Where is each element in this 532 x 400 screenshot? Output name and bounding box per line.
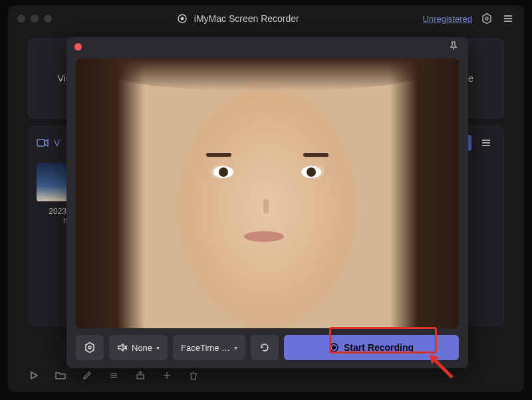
modal-controls: None ▾ FaceTime … ▾ Start Recording <box>66 335 468 368</box>
record-icon <box>329 343 338 352</box>
record-target-icon <box>176 12 189 25</box>
svg-point-22 <box>88 346 91 349</box>
refresh-button[interactable] <box>251 335 279 360</box>
minimize-window-btn[interactable] <box>31 15 39 23</box>
chevron-down-icon: ▾ <box>234 344 237 351</box>
traffic-lights[interactable] <box>17 15 52 23</box>
start-recording-label: Start Recording <box>344 342 414 353</box>
camera-icon <box>37 138 49 148</box>
titlebar: iMyMac Screen Recorder Unregistered <box>8 5 524 32</box>
audio-source-dropdown[interactable]: None ▾ <box>109 335 168 360</box>
face-image <box>76 58 459 328</box>
speaker-muted-icon <box>117 342 128 353</box>
close-modal-btn[interactable] <box>74 43 82 50</box>
app-title-text: iMyMac Screen Recorder <box>194 13 299 24</box>
app-title: iMyMac Screen Recorder <box>57 12 418 25</box>
pin-icon[interactable] <box>448 41 460 52</box>
list-icon[interactable] <box>108 369 120 381</box>
titlebar-right: Unregistered <box>423 12 515 25</box>
webcam-recorder-modal: None ▾ FaceTime … ▾ Start Recording <box>66 37 468 368</box>
settings-icon[interactable] <box>480 12 493 25</box>
svg-point-3 <box>485 17 488 20</box>
svg-marker-2 <box>483 14 491 24</box>
camera-source-label: FaceTime … <box>181 343 230 353</box>
folder-icon[interactable] <box>55 369 66 381</box>
compress-icon[interactable] <box>161 369 173 381</box>
modal-header <box>66 37 468 56</box>
zoom-window-btn[interactable] <box>44 15 52 23</box>
bottom-toolbar <box>28 369 200 381</box>
svg-marker-21 <box>86 343 94 353</box>
svg-point-26 <box>332 346 336 350</box>
start-recording-button[interactable]: Start Recording <box>284 335 459 360</box>
svg-point-1 <box>180 17 184 21</box>
camera-preview <box>76 58 459 328</box>
trash-icon[interactable] <box>188 369 200 381</box>
settings-button[interactable] <box>76 335 104 360</box>
unregistered-link[interactable]: Unregistered <box>423 14 472 24</box>
audio-source-label: None <box>132 343 152 353</box>
svg-rect-7 <box>37 140 45 146</box>
export-icon[interactable] <box>134 369 146 381</box>
play-icon[interactable] <box>28 369 40 381</box>
edit-icon[interactable] <box>81 369 93 381</box>
menu-icon[interactable] <box>501 12 515 25</box>
close-window-btn[interactable] <box>17 15 25 23</box>
recordings-tab-label[interactable]: V <box>54 138 60 148</box>
list-view-btn[interactable] <box>477 135 495 151</box>
chevron-down-icon: ▾ <box>156 344 160 351</box>
camera-source-dropdown[interactable]: FaceTime … ▾ <box>173 335 245 360</box>
